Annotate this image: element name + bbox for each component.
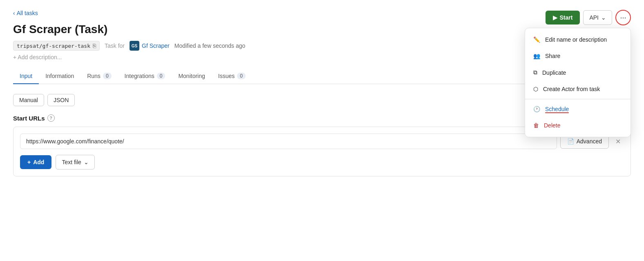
- dropdown-create-actor[interactable]: ⬡ Create Actor from task: [525, 81, 631, 97]
- add-button[interactable]: + Add: [20, 155, 51, 169]
- chevron-left-icon: ‹: [13, 10, 15, 16]
- more-dots: ···: [620, 13, 626, 22]
- tab-integrations[interactable]: Integrations 0: [118, 69, 172, 84]
- slug-text: tripsat/gf-scraper-task: [17, 43, 90, 49]
- back-link[interactable]: ‹ All tasks: [13, 10, 38, 16]
- dropdown-create-actor-label: Create Actor from task: [543, 86, 600, 92]
- actor-icon: ⬡: [533, 86, 538, 92]
- tab-input-label: Input: [20, 73, 32, 79]
- manual-label: Manual: [19, 97, 38, 103]
- dropdown-share[interactable]: 👥 Share: [525, 48, 631, 64]
- tab-runs-badge: 0: [103, 73, 112, 79]
- tab-input[interactable]: Input: [13, 69, 39, 84]
- dropdown-schedule-label: Schedule: [545, 106, 569, 112]
- dropdown-share-label: Share: [545, 53, 560, 59]
- actor-initials: GS: [132, 44, 137, 48]
- text-file-label: Text file: [62, 159, 81, 165]
- url-input[interactable]: [20, 134, 557, 149]
- pencil-icon: ✏️: [533, 36, 540, 43]
- json-label: JSON: [54, 97, 69, 103]
- modified-text: Modified a few seconds ago: [174, 42, 246, 49]
- actor-avatar: GS: [130, 41, 139, 51]
- advanced-label: Advanced: [577, 138, 602, 145]
- add-label: Add: [33, 159, 44, 165]
- dropdown-menu: ✏️ Edit name or description 👥 Share ⧉ Du…: [525, 28, 631, 137]
- dropdown-edit[interactable]: ✏️ Edit name or description: [525, 31, 631, 48]
- tab-monitoring[interactable]: Monitoring: [172, 69, 211, 84]
- plus-icon: +: [27, 159, 31, 165]
- chevron-down-textfile-icon: ⌄: [84, 159, 89, 165]
- close-icon: ✕: [615, 138, 621, 145]
- help-icon[interactable]: ?: [47, 114, 55, 122]
- document-icon: 📄: [567, 138, 574, 145]
- start-urls-label-row: Start URLs ?: [13, 114, 55, 122]
- start-urls-label: Start URLs: [13, 115, 45, 122]
- manual-button[interactable]: Manual: [13, 94, 44, 106]
- dropdown-duplicate[interactable]: ⧉ Duplicate: [525, 64, 631, 81]
- start-button[interactable]: ▶ Start: [546, 11, 580, 25]
- tab-issues-badge: 0: [237, 73, 246, 79]
- back-link-label: All tasks: [17, 10, 38, 16]
- dropdown-duplicate-label: Duplicate: [542, 69, 566, 76]
- trash-icon: 🗑: [533, 122, 539, 129]
- task-for-label: Task for: [105, 42, 125, 49]
- api-button[interactable]: API ⌄: [583, 10, 612, 25]
- start-label: Start: [560, 14, 573, 21]
- dropdown-delete-label: Delete: [544, 122, 560, 129]
- duplicate-icon: ⧉: [533, 69, 537, 76]
- actor-name: Gf Scraper: [142, 42, 170, 49]
- tab-integrations-label: Integrations: [125, 73, 154, 79]
- header-actions: ▶ Start API ⌄ ···: [546, 10, 631, 25]
- tab-monitoring-label: Monitoring: [178, 73, 205, 79]
- tab-issues-label: Issues: [218, 73, 235, 79]
- json-button[interactable]: JSON: [47, 94, 75, 106]
- bottom-row: + Add Text file ⌄: [20, 155, 624, 170]
- more-button[interactable]: ···: [615, 10, 631, 25]
- tab-runs-label: Runs: [87, 73, 101, 79]
- dropdown-divider: [525, 99, 631, 99]
- share-icon: 👥: [533, 53, 540, 59]
- tab-information-label: Information: [45, 73, 74, 79]
- copy-icon[interactable]: ⎘: [93, 42, 96, 49]
- task-slug: tripsat/gf-scraper-task ⎘: [13, 41, 100, 51]
- tab-integrations-badge: 0: [157, 73, 165, 79]
- chevron-down-icon: ⌄: [601, 14, 606, 21]
- tab-runs[interactable]: Runs 0: [80, 69, 118, 84]
- remove-url-button[interactable]: ✕: [612, 136, 624, 147]
- api-label: API: [589, 14, 599, 21]
- play-icon: ▶: [553, 14, 557, 21]
- dropdown-schedule[interactable]: 🕐 Schedule: [525, 101, 631, 117]
- clock-icon: 🕐: [533, 106, 540, 112]
- dropdown-delete[interactable]: 🗑 Delete: [525, 117, 631, 134]
- tab-information[interactable]: Information: [39, 69, 80, 84]
- text-file-button[interactable]: Text file ⌄: [56, 155, 94, 170]
- dropdown-edit-label: Edit name or description: [545, 36, 607, 43]
- more-button-wrapper: ···: [615, 10, 631, 25]
- actor-badge[interactable]: GS Gf Scraper: [130, 41, 170, 51]
- tab-issues[interactable]: Issues 0: [212, 69, 252, 84]
